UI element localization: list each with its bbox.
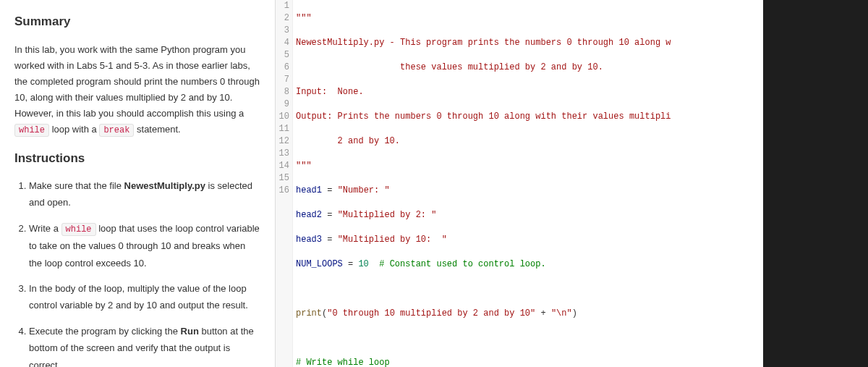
line-number: 11 <box>276 123 292 135</box>
line-number: 16 <box>276 185 292 197</box>
line-number: 13 <box>276 148 292 160</box>
instructions-list: Make sure that the file NewestMultiply.p… <box>14 177 260 367</box>
run-label: Run <box>181 326 199 337</box>
step-text: Execute the program by clicking the <box>29 326 181 337</box>
code-token: NUM_LOOPS <box>296 259 343 269</box>
code-token: "\n" <box>551 308 572 319</box>
filename: NewestMultiply.py <box>124 180 205 191</box>
code-token: + <box>535 308 551 319</box>
code-area[interactable]: """ NewestMultiply.py - This program pri… <box>293 0 763 367</box>
dark-side-panel <box>763 0 868 367</box>
code-token: = <box>322 185 338 195</box>
line-number: 14 <box>276 160 292 172</box>
code-chip-while: while <box>14 124 49 137</box>
summary-text: In this lab, you work with the same Pyth… <box>14 44 260 119</box>
line-gutter: 1 2 3 4 5 6 7 8 9 10 11 12 13 14 15 16 <box>276 0 293 367</box>
code-token: """ <box>296 161 312 171</box>
code-token: print <box>296 308 322 319</box>
code-token: Output: Prints the numbers 0 through 10 … <box>296 111 671 122</box>
list-item: Write a while loop that uses the loop co… <box>29 220 260 271</box>
line-number: 8 <box>276 86 292 98</box>
code-token: """ <box>296 13 312 23</box>
line-number: 6 <box>276 62 292 74</box>
code-line <box>296 283 763 295</box>
summary-text: statement. <box>134 124 180 135</box>
code-editor[interactable]: 1 2 3 4 5 6 7 8 9 10 11 12 13 14 15 16 "… <box>275 0 763 367</box>
instructions-panel: Summary In this lab, you work with the s… <box>0 0 275 367</box>
code-token: # Constant used to control loop. <box>369 259 546 269</box>
line-number: 9 <box>276 98 292 111</box>
code-token: = <box>322 235 338 245</box>
code-token: "0 through 10 multiplied by 2 and by 10" <box>327 308 535 319</box>
line-number: 4 <box>276 37 292 49</box>
line-number: 12 <box>276 135 292 148</box>
code-chip-break: break <box>99 124 134 137</box>
code-token: head1 <box>296 185 322 195</box>
line-number: 3 <box>276 25 292 37</box>
list-item: Make sure that the file NewestMultiply.p… <box>29 177 260 211</box>
code-chip-while: while <box>61 223 96 236</box>
line-number: 10 <box>276 111 292 123</box>
step-text: Make sure that the file <box>29 180 124 191</box>
code-token: head3 <box>296 235 322 245</box>
code-token: = <box>343 259 359 269</box>
code-token: NewestMultiply.py - This program prints … <box>296 38 671 48</box>
instructions-heading: Instructions <box>14 151 260 166</box>
code-token: head2 <box>296 210 322 220</box>
step-text: Write a <box>29 223 61 234</box>
code-token: = <box>322 210 338 220</box>
summary-paragraph: In this lab, you work with the same Pyth… <box>14 42 260 138</box>
line-number: 5 <box>276 49 292 62</box>
code-token: "Number: " <box>338 185 390 195</box>
code-token: ) <box>572 308 577 319</box>
code-token: # Write while loop <box>296 358 390 367</box>
code-token: 10 <box>358 259 368 269</box>
code-token: "Multiplied by 2: " <box>338 210 437 220</box>
line-number: 2 <box>276 12 292 25</box>
list-item: Execute the program by clicking the Run … <box>29 323 260 367</box>
summary-heading: Summary <box>14 14 260 29</box>
code-token: "Multiplied by 10: " <box>338 235 447 245</box>
list-item: In the body of the loop, multiply the va… <box>29 280 260 314</box>
summary-text: loop with a <box>49 124 99 135</box>
code-token: 2 and by 10. <box>296 136 400 146</box>
line-number: 1 <box>276 0 292 12</box>
code-token: Input: None. <box>296 87 364 97</box>
code-token: these values multiplied by 2 and by 10. <box>296 62 603 72</box>
code-line <box>296 332 763 345</box>
line-number: 7 <box>276 74 292 86</box>
line-number: 15 <box>276 172 292 185</box>
